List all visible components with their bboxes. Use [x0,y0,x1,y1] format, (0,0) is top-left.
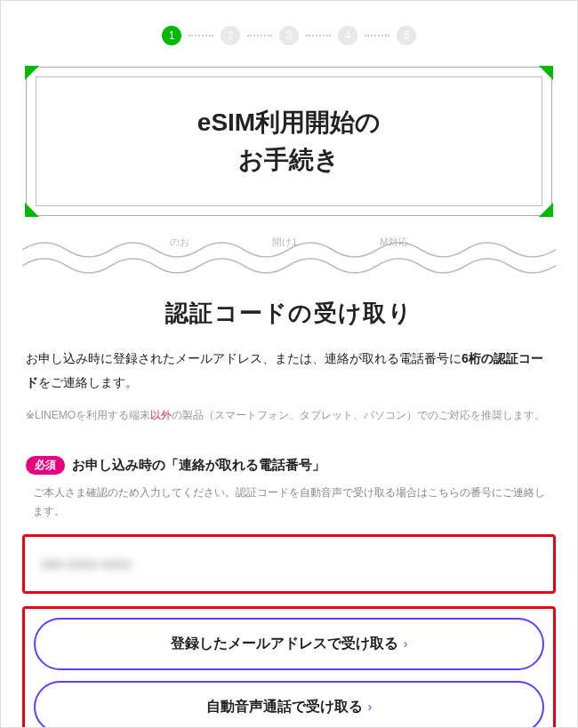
receive-by-email-button[interactable]: 登録したメールアドレスで受け取る › [34,618,544,670]
phone-input-highlight [22,534,556,594]
recommendation-note: ※LINEMOを利用する端末以外の製品（スマートフォン、タブレット、パソコン）で… [22,406,556,426]
phone-input[interactable] [32,544,546,584]
corner-decoration-icon [25,203,39,217]
page-title: eSIM利用開始の お手続き [45,104,533,179]
intro-part2: をご連絡します。 [38,375,138,389]
phone-field-label: お申し込み時の「連絡が取れる電話番号」 [72,457,325,474]
truncated-text: 開け1 [272,236,297,249]
note-pre: ※LINEMOを利用する端末 [26,409,150,421]
note-post: の製品（スマートフォン、タブレット、パソコン）でのご対応を推奨します。 [172,409,545,421]
step-connector [306,35,331,36]
progress-stepper: 1 2 3 4 5 [22,26,556,45]
corner-decoration-icon [539,66,553,80]
step-5: 5 [397,26,416,45]
page-title-frame: eSIM利用開始の お手続き [26,67,552,216]
receive-options-highlight: 登録したメールアドレスで受け取る › 自動音声通話で受け取る › [22,606,556,728]
phone-field-help: ご本人さま確認のため入力してください。認証コードを自動音声で受け取る場合はこちら… [22,484,556,522]
content-omission-separator: のお 開け1 M対応 [22,234,556,276]
step-4: 4 [338,26,357,45]
truncated-text: M対応 [380,236,407,249]
receive-by-voice-label: 自動音声通話で受け取る [206,698,363,716]
required-badge: 必須 [26,456,65,475]
step-connector [247,35,272,36]
step-3: 3 [279,26,299,45]
page-title-line2: お手続き [238,146,340,173]
page-title-line1: eSIM利用開始の [197,108,381,136]
phone-field-header: 必須 お申し込み時の「連絡が取れる電話番号」 [22,456,556,475]
section-heading: 認証コードの受け取り [22,298,556,329]
step-connector [365,35,389,36]
intro-text: お申し込み時に登録されたメールアドレス、または、連絡が取れる電話番号に6桁の認証… [22,347,556,394]
receive-by-email-label: 登録したメールアドレスで受け取る [171,635,398,653]
chevron-right-icon: › [404,636,408,651]
intro-part1: お申し込み時に登録されたメールアドレス、または、連絡が取れる電話番号に [26,351,462,365]
svg-marker-1 [539,66,553,80]
step-connector [189,35,213,36]
svg-marker-3 [539,203,553,217]
truncated-text: のお [170,236,189,249]
svg-marker-2 [25,203,39,217]
receive-by-voice-button[interactable]: 自動音声通話で受け取る › [34,681,544,728]
corner-decoration-icon [539,203,553,217]
svg-marker-0 [25,66,39,80]
step-1: 1 [162,26,181,45]
chevron-right-icon: › [368,700,373,714]
step-2: 2 [221,26,240,45]
note-highlight: 以外 [150,409,172,421]
corner-decoration-icon [25,66,39,80]
